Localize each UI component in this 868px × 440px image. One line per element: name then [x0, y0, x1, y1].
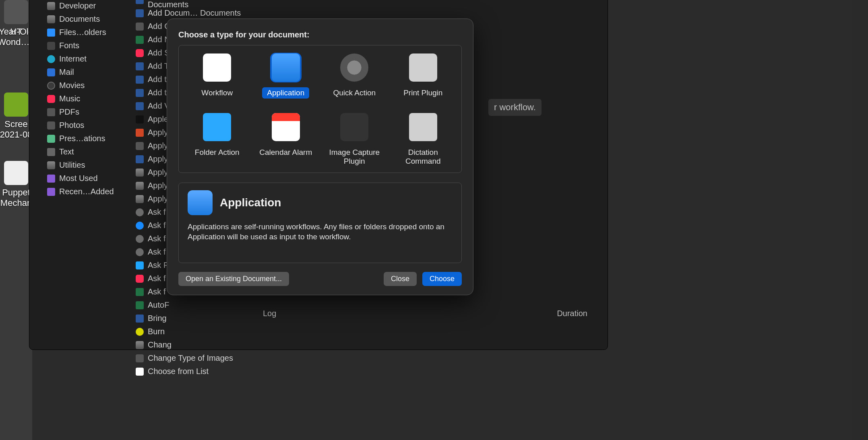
- doc-type-folderA[interactable]: Folder Action: [183, 112, 252, 167]
- library-category-label: Utilities: [59, 160, 85, 170]
- library-category-pres-ations[interactable]: Pres…ations: [45, 133, 134, 144]
- log-panel: Log Duration: [247, 305, 603, 321]
- action-row[interactable]: Add Content…Documents: [134, 0, 243, 5]
- doc-type-label: Application: [262, 87, 309, 99]
- folder-icon: [47, 29, 55, 37]
- dialog-button-bar: Open an Existing Document... Close Choos…: [178, 272, 462, 286]
- action-label: Add T: [148, 62, 169, 71]
- movies-icon: [47, 82, 55, 90]
- action-row[interactable]: Change Type of Images: [134, 353, 243, 364]
- open-existing-button[interactable]: Open an Existing Document...: [178, 272, 289, 286]
- doc-type-capture[interactable]: Image Capture Plugin: [320, 112, 389, 167]
- word-icon: [136, 89, 144, 97]
- purple-icon: [47, 175, 55, 183]
- library-category-documents[interactable]: Documents: [45, 14, 134, 25]
- word-icon: [136, 315, 144, 323]
- doc-type-dict[interactable]: Dictation Command: [389, 112, 458, 167]
- library-category-internet[interactable]: Internet: [45, 53, 134, 64]
- doc-type-label: Print Plugin: [399, 87, 447, 99]
- radio-icon: [136, 328, 144, 336]
- doc-type-print[interactable]: Print Plugin: [389, 53, 458, 99]
- action-label: Ask f: [148, 274, 165, 283]
- action-label: Apply: [148, 128, 168, 137]
- action-label: Apply: [148, 194, 168, 204]
- xls-icon: [136, 36, 144, 44]
- library-category-movies[interactable]: Movies: [45, 80, 134, 91]
- action-row[interactable]: Choose from List: [134, 366, 243, 377]
- action-label: Ask f: [148, 221, 165, 230]
- action-row[interactable]: Burn: [134, 326, 243, 337]
- action-label: Ask f: [148, 234, 165, 243]
- library-category-label: Pres…ations: [59, 134, 105, 143]
- action-label: Apply: [148, 168, 168, 177]
- image-icon: [4, 93, 28, 117]
- action-label: Apply: [148, 181, 168, 190]
- close-button[interactable]: Close: [384, 272, 417, 286]
- safari-icon: [136, 222, 144, 230]
- library-category-label: Fonts: [59, 41, 79, 50]
- dialog-title: Choose a type for your document:: [178, 30, 462, 39]
- library-category-music[interactable]: Music: [45, 93, 134, 104]
- action-row[interactable]: Bring: [134, 313, 243, 324]
- ppt-icon: [136, 129, 144, 137]
- hammer-icon: [136, 195, 144, 203]
- text-icon: [47, 148, 55, 156]
- library-category-files-olders[interactable]: Files…olders: [45, 27, 134, 38]
- description-title: Application: [220, 196, 281, 209]
- library-category-photos[interactable]: Photos: [45, 120, 134, 131]
- hammer-icon: [136, 341, 144, 349]
- xls-icon: [136, 301, 144, 309]
- action-label: Bring: [148, 314, 167, 323]
- library-category-label: Mail: [59, 68, 74, 77]
- library-category-label: Text: [59, 147, 74, 156]
- log-label: Log: [263, 309, 276, 318]
- library-category-most-used[interactable]: Most Used: [45, 173, 134, 184]
- workflow-drop-hint: r workflow.: [488, 99, 541, 116]
- action-label: Add t: [148, 75, 167, 84]
- cal-icon: [270, 112, 302, 142]
- doc-type-workflow[interactable]: Workflow: [183, 53, 252, 99]
- action-row[interactable]: Add Docum… Documents: [134, 8, 243, 19]
- doc-type-application[interactable]: Application: [252, 53, 320, 99]
- library-category-pdfs[interactable]: PDFs: [45, 107, 134, 117]
- library-category-label: Music: [59, 94, 80, 103]
- library-category-mail[interactable]: Mail: [45, 67, 134, 78]
- library-category-label: Movies: [59, 81, 85, 90]
- library-category-utilities[interactable]: Utilities: [45, 160, 134, 171]
- doc-type-cal[interactable]: Calendar Alarm: [252, 112, 320, 167]
- library-category-recen-added[interactable]: Recen…Added: [45, 186, 134, 197]
- library-category-fonts[interactable]: Fonts: [45, 40, 134, 51]
- doc-type-label: Dictation Command: [389, 147, 458, 167]
- hammer-icon: [47, 15, 55, 23]
- word-icon: [136, 9, 144, 17]
- photos-icon: [136, 23, 144, 31]
- library-category-text[interactable]: Text: [45, 146, 134, 157]
- action-label: Add Docum… Documents: [148, 8, 241, 18]
- music-icon: [47, 95, 55, 103]
- choose-button[interactable]: Choose: [422, 272, 462, 286]
- music-icon: [136, 49, 144, 57]
- hammer-icon: [47, 2, 55, 10]
- action-row[interactable]: AutoF: [134, 300, 243, 310]
- application-icon: [188, 190, 213, 215]
- hammer-icon: [47, 161, 55, 169]
- doc-type-label: Folder Action: [190, 147, 244, 158]
- at-icon: [4, 0, 28, 24]
- cal-icon: [136, 368, 144, 376]
- choose-document-type-dialog: Choose a type for your document: Workflo…: [167, 19, 473, 295]
- photos-icon: [47, 121, 55, 130]
- action-label: Apply: [148, 141, 168, 150]
- word-icon: [136, 0, 144, 4]
- music-icon: [136, 275, 144, 283]
- doc-type-quick[interactable]: Quick Action: [320, 53, 389, 99]
- library-category-developer[interactable]: Developer: [45, 0, 134, 11]
- doc-type-label: Image Capture Plugin: [320, 147, 389, 167]
- action-row[interactable]: Chang: [134, 339, 243, 350]
- word-icon: [136, 62, 144, 70]
- action-label: AutoF: [148, 300, 169, 310]
- doc-type-label: Calendar Alarm: [254, 147, 317, 158]
- photos-icon: [136, 354, 144, 362]
- action-label: Chang: [148, 340, 172, 350]
- library-categories[interactable]: DeveloperDocumentsFiles…oldersFontsInter…: [45, 0, 134, 197]
- doc-icon: [4, 161, 28, 185]
